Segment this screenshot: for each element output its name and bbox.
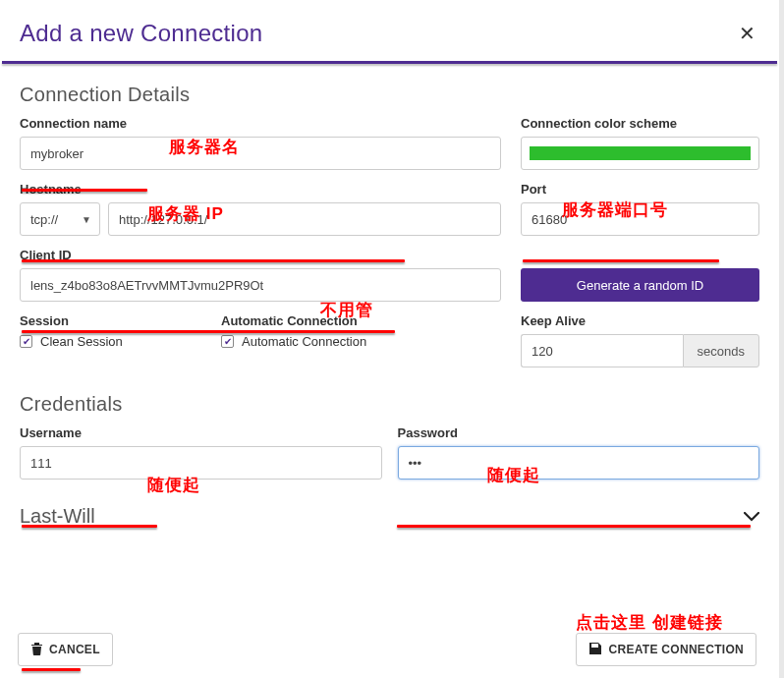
protocol-value: tcp:// <box>30 212 58 227</box>
divider <box>2 61 777 64</box>
create-label: CREATE CONNECTION <box>608 643 744 656</box>
label-hostname: Hostname <box>20 182 501 197</box>
label-client-id: Client ID <box>20 248 501 262</box>
protocol-select[interactable]: tcp:// ▼ <box>20 202 100 236</box>
close-icon[interactable]: ✕ <box>735 18 759 49</box>
keep-alive-unit: seconds <box>683 334 759 367</box>
label-color-scheme: Connection color scheme <box>521 116 759 131</box>
color-swatch <box>530 146 751 160</box>
cancel-button[interactable]: CANCEL <box>18 633 113 666</box>
label-username: Username <box>20 425 382 440</box>
port-input[interactable] <box>521 202 759 236</box>
auto-connection-checkbox[interactable]: ✔ <box>221 335 234 348</box>
clean-session-label: Clean Session <box>40 334 123 349</box>
username-input[interactable] <box>20 446 382 480</box>
keep-alive-input[interactable] <box>521 334 683 367</box>
label-connection-name: Connection name <box>20 116 501 131</box>
cancel-label: CANCEL <box>49 643 100 656</box>
section-credentials: Credentials <box>0 385 779 425</box>
label-auto-connection: Automatic Connection <box>221 313 501 328</box>
save-icon <box>588 642 602 658</box>
section-last-will: Last-Will <box>20 505 95 528</box>
color-scheme-picker[interactable] <box>521 137 759 170</box>
label-port: Port <box>521 182 759 197</box>
clean-session-checkbox[interactable]: ✔ <box>20 335 32 348</box>
trash-icon <box>30 642 43 658</box>
expand-lastwill-icon[interactable] <box>744 509 759 525</box>
password-input[interactable] <box>398 446 760 480</box>
hostname-input[interactable] <box>108 202 501 236</box>
connection-name-input[interactable] <box>20 137 501 170</box>
chevron-down-icon: ▼ <box>82 214 91 225</box>
label-keep-alive: Keep Alive <box>521 313 759 328</box>
create-connection-button[interactable]: CREATE CONNECTION <box>576 633 756 666</box>
section-connection-details: Connection Details <box>0 76 779 116</box>
generate-random-id-button[interactable]: Generate a random ID <box>521 268 759 302</box>
label-password: Password <box>398 425 760 440</box>
client-id-input[interactable] <box>20 268 501 302</box>
auto-connection-label: Automatic Connection <box>242 334 366 349</box>
label-session: Session <box>20 313 201 328</box>
dialog-title: Add a new Connection <box>20 20 263 47</box>
